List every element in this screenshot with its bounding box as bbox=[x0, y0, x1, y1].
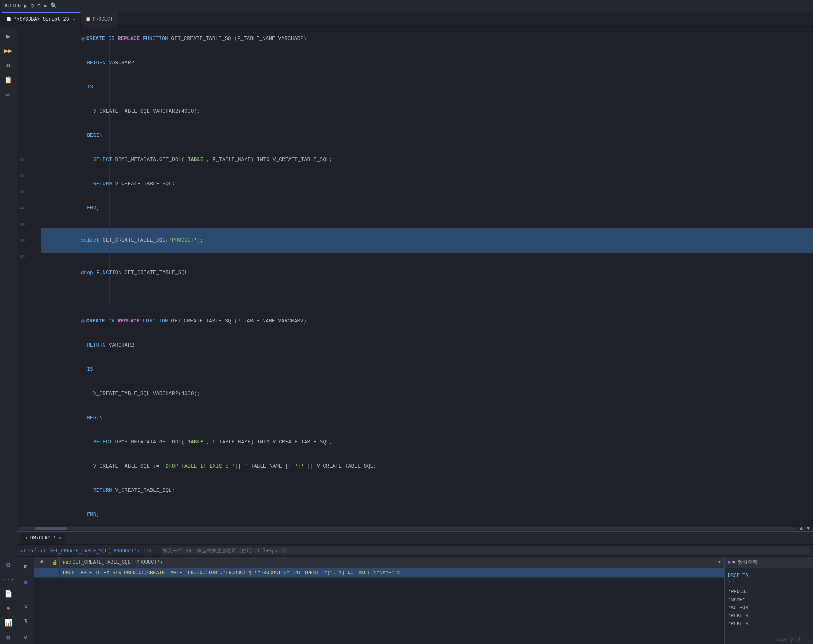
scroll-nav-buttons: ▲ ▼ bbox=[798, 526, 813, 531]
collapse-dot-1[interactable] bbox=[81, 37, 85, 41]
result-table-container: ⊞ ▦ ⇅ ⊼ ↺ # 🔒 NBC bbox=[17, 557, 813, 644]
code-line: RETURN V_CREATE_TABLE_SQL; bbox=[41, 172, 813, 196]
code-line: V_CREATE_TABLE_SQL VARCHAR2(4000); bbox=[41, 382, 813, 406]
sidebar-list-icon[interactable]: 📋 bbox=[2, 73, 15, 86]
code-line: SELECT DBMS_METADATA.GET_DDL('TABLE', P_… bbox=[41, 430, 813, 454]
result-sidebar-table-icon[interactable]: ⊞ bbox=[19, 560, 32, 573]
sidebar-chart-icon[interactable]: 📊 bbox=[2, 617, 15, 629]
status-4k: 4K bbox=[19, 200, 25, 216]
sidebar-red-icon[interactable]: ● bbox=[2, 602, 15, 615]
sidebar-settings-icon[interactable]: ⚙ bbox=[2, 631, 15, 644]
code-line: CREATE OR REPLACE FUNCTION GET_CREATE_TA… bbox=[41, 309, 813, 333]
result-tab-icon: ⊞ bbox=[25, 535, 28, 541]
right-panel-icon: ■ bbox=[728, 560, 731, 565]
td-rownum-1: 1 bbox=[34, 568, 50, 577]
code-line-drop: drop FUNCTION GET_CREATE_TABLE_SQL bbox=[41, 261, 813, 285]
code-line bbox=[41, 301, 813, 309]
th-rownum: # bbox=[34, 557, 50, 568]
code-line bbox=[41, 293, 813, 301]
tab-product-icon: 📋 bbox=[86, 17, 90, 22]
th-expand-icon[interactable]: ▼ bbox=[718, 560, 721, 565]
result-sidebar-sort-icon[interactable]: ⇅ bbox=[19, 600, 32, 613]
h-scroll-area: ▲ ▼ bbox=[17, 525, 813, 531]
table-header: # 🔒 NBC GET_CREATE_TABLE_SQL('PRODUCT') … bbox=[34, 557, 724, 568]
watermark: CSDN @技术... bbox=[777, 636, 810, 642]
tab-script23-icon: 📄 bbox=[6, 17, 11, 22]
code-line: RETURN VARCHAR2 bbox=[41, 51, 813, 75]
sidebar-mail-icon[interactable]: ✉ bbox=[2, 88, 15, 101]
tab-product-label: PRODUCT bbox=[93, 17, 113, 22]
right-panel-content: DROP TA ( "PRODUC "NAME" "AUTHOR "PUBLIS… bbox=[725, 568, 813, 631]
code-line: SELECT DBMS_METADATA.GET_DDL('TABLE', P_… bbox=[41, 148, 813, 172]
right-panel-line-7: "PUBLIS bbox=[728, 620, 810, 628]
toolbar-dot-icon[interactable]: ● bbox=[44, 3, 47, 9]
result-tab-label: DM7CUR0 1 bbox=[30, 535, 56, 541]
result-sidebar-refresh-icon[interactable]: ↺ bbox=[19, 630, 32, 643]
h-scrollbar-track[interactable] bbox=[19, 527, 797, 530]
status-6k: 6K bbox=[19, 168, 25, 184]
th-data: NBC GET_CREATE_TABLE_SQL('PRODUCT') ▼ bbox=[60, 557, 724, 568]
main-layout: ▶ ▶▶ ⊕ 📋 ✉ ⚙ ··· 📄 ● 📊 ⚙ CREATE OR REPLA bbox=[0, 27, 813, 644]
td-data-1: DROP TABLE IF EXISTS PRODUCT;CREATE TABL… bbox=[60, 568, 724, 577]
code-line: IS bbox=[41, 75, 813, 99]
result-tab-close[interactable]: ✕ bbox=[59, 536, 61, 541]
code-line: CREATE OR REPLACE FUNCTION GET_CREATE_TA… bbox=[41, 27, 813, 51]
right-data-panel: ■ ■ 数值查看 DROP TA ( "PRODUC "NAME" "AUTHO… bbox=[724, 557, 813, 644]
tab-script23-label: *<SYSDBA> Script-23 bbox=[14, 17, 69, 22]
top-toolbar: UCTION ▶ ⚙ ⊞ ● 🔍 bbox=[0, 0, 813, 12]
code-lines: CREATE OR REPLACE FUNCTION GET_CREATE_TA… bbox=[41, 27, 813, 525]
sidebar-add-icon[interactable]: ⊕ bbox=[2, 59, 15, 72]
result-tab-dm7cur0[interactable]: ⊞ DM7CUR0 1 ✕ bbox=[20, 533, 66, 544]
filter-separator: ||≡|| bbox=[143, 548, 157, 554]
tab-script23[interactable]: 📄 *<SYSDBA> Script-23 ✕ bbox=[2, 12, 81, 27]
status-8k-3: 8K bbox=[19, 232, 25, 249]
tab-product[interactable]: 📋 PRODUCT bbox=[81, 12, 118, 27]
code-line-select: select GET_CREATE_TABLE_SQL('PRODUCT'); bbox=[41, 228, 813, 253]
toolbar-grid-icon[interactable]: ⊞ bbox=[37, 2, 40, 9]
sidebar-step-icon[interactable]: ▶▶ bbox=[2, 44, 15, 57]
toolbar-gear-icon[interactable]: ⚙ bbox=[31, 2, 34, 9]
right-panel-line-1: DROP TA bbox=[728, 571, 810, 579]
sidebar-run-icon[interactable]: ▶ bbox=[2, 30, 15, 43]
toolbar-title: UCTION bbox=[3, 3, 21, 9]
result-sidebar-filter-icon[interactable]: ⊼ bbox=[19, 615, 32, 628]
code-line: V_CREATE_TABLE_SQL VARCHAR2(4000); bbox=[41, 99, 813, 123]
code-line bbox=[41, 253, 813, 261]
scroll-up-btn[interactable]: ▲ bbox=[798, 526, 805, 531]
result-sidebar-grid-icon[interactable]: ▦ bbox=[19, 575, 32, 588]
filter-input[interactable] bbox=[161, 547, 810, 554]
status-8k-2: 8K bbox=[19, 184, 25, 200]
bottom-panel: ⊞ DM7CUR0 1 ✕ <T select GET_CREATE_TABLE… bbox=[17, 531, 813, 644]
editor-container: CREATE OR REPLACE FUNCTION GET_CREATE_TA… bbox=[17, 27, 813, 644]
right-panel-line-6: "PUBLIS bbox=[728, 612, 810, 620]
toolbar-search-icon[interactable]: 🔍 bbox=[50, 2, 57, 9]
sidebar-gear-icon[interactable]: ⚙ bbox=[2, 558, 15, 571]
th-data-type-icon: NBC bbox=[63, 560, 71, 565]
th-lock-icon: 🔒 bbox=[52, 560, 58, 565]
filter-sql: <T select GET_CREATE_TABLE_SQL('PRODUCT'… bbox=[20, 548, 140, 554]
code-content: CREATE OR REPLACE FUNCTION GET_CREATE_TA… bbox=[17, 27, 813, 525]
right-panel-line-5: "AUTHOR bbox=[728, 604, 810, 612]
status-8k-4: 8K bbox=[19, 249, 25, 265]
sidebar-dots-icon[interactable]: ··· bbox=[2, 573, 15, 586]
tab-script23-close[interactable]: ✕ bbox=[73, 17, 75, 22]
td-lock-1 bbox=[50, 568, 60, 577]
h-scrollbar-thumb[interactable] bbox=[35, 527, 67, 530]
right-panel-header: ■ ■ 数值查看 bbox=[725, 557, 813, 568]
code-line bbox=[41, 220, 813, 228]
toolbar-run-icon[interactable]: ▶ bbox=[24, 2, 27, 9]
th-data-label: GET_CREATE_TABLE_SQL('PRODUCT') bbox=[73, 560, 163, 565]
sidebar-doc-icon[interactable]: 📄 bbox=[2, 588, 15, 600]
filter-bar: <T select GET_CREATE_TABLE_SQL('PRODUCT'… bbox=[17, 545, 813, 557]
collapse-dot-2[interactable] bbox=[81, 319, 85, 323]
th-lock: 🔒 bbox=[50, 557, 60, 568]
scroll-down-btn[interactable]: ▼ bbox=[805, 526, 811, 531]
result-table: # 🔒 NBC GET_CREATE_TABLE_SQL('PRODUCT') … bbox=[34, 557, 724, 644]
code-editor[interactable]: CREATE OR REPLACE FUNCTION GET_CREATE_TA… bbox=[17, 27, 813, 531]
code-line: BEGIN bbox=[41, 406, 813, 430]
table-row-1[interactable]: 1 DROP TABLE IF EXISTS PRODUCT;CREATE TA… bbox=[34, 568, 724, 578]
result-left-sidebar: ⊞ ▦ ⇅ ⊼ ↺ bbox=[17, 557, 34, 644]
result-tab-bar: ⊞ DM7CUR0 1 ✕ bbox=[17, 532, 813, 545]
code-line: V_CREATE_TABLE_SQL := 'DROP TABLE IF EXI… bbox=[41, 454, 813, 479]
left-sidebar: ▶ ▶▶ ⊕ 📋 ✉ ⚙ ··· 📄 ● 📊 ⚙ bbox=[0, 27, 17, 644]
